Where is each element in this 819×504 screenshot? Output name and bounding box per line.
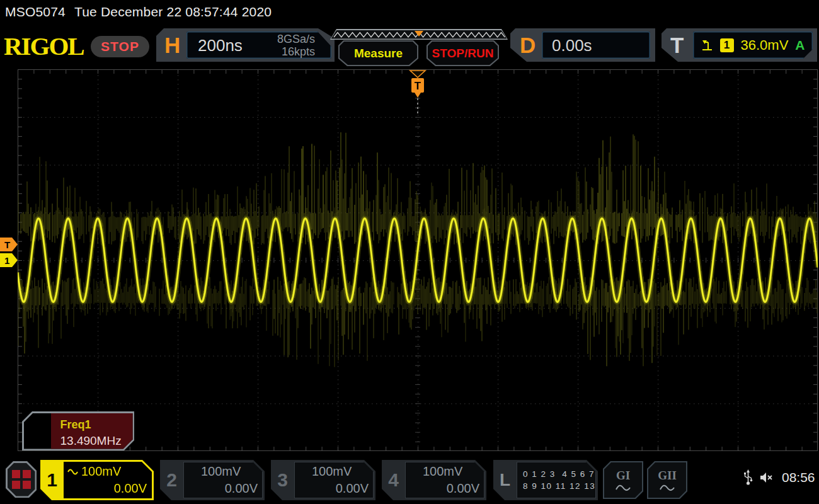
channel3-scale: 100mV <box>312 464 352 479</box>
trigger-label: T <box>670 33 684 58</box>
trigger-flag-letter: T <box>415 80 421 92</box>
trigger-level-marker[interactable]: T <box>0 238 18 251</box>
waveform-overview-strip <box>331 30 507 39</box>
channel1-button[interactable]: 1 100mV 0.00V <box>40 460 154 500</box>
logic-label: L <box>493 460 517 500</box>
acquisition-status-badge[interactable]: STOP <box>91 36 149 57</box>
trigger-position-pointer-icon <box>415 31 423 37</box>
horizontal-settings-block[interactable]: H 200ns 8GSa/s 16kpts <box>156 28 335 62</box>
system-tray: 08:56 <box>743 469 815 486</box>
measure-button[interactable]: Measure <box>338 40 418 66</box>
delay-value: 0.00s <box>552 35 592 55</box>
channel3-info: 100mV 0.00V <box>294 462 374 498</box>
channel1-scale: 100mV <box>81 464 121 479</box>
measurement-box: Freq1 13.490MHz <box>24 413 133 449</box>
generator1-button[interactable]: GI <box>603 461 643 499</box>
trigger-mode: A <box>795 38 805 53</box>
timebase-value: 200ns <box>198 35 243 55</box>
graticule <box>18 69 818 451</box>
logic-channels-info: 0 1 2 3 4 5 6 7 8 9 10 11 12 13 14 15 <box>517 462 596 498</box>
horizontal-label: H <box>164 33 180 58</box>
generator2-button[interactable]: GII <box>647 461 687 499</box>
channel2-offset: 0.00V <box>187 481 258 496</box>
measurement-value: 13.490MHz <box>60 434 122 448</box>
measure-button-label: Measure <box>340 42 417 65</box>
channel4-button[interactable]: 4 100mV 0.00V <box>382 460 486 500</box>
speaker-muted-icon[interactable] <box>759 471 776 484</box>
oscilloscope-screen: MSO5074Tue December 22 08:57:44 2020 RIG… <box>0 0 819 504</box>
datetime-text: Tue December 22 08:57:44 2020 <box>74 4 272 19</box>
channel4-info: 100mV 0.00V <box>405 462 484 498</box>
ac-coupling-icon <box>67 468 78 475</box>
generator1-label: GI <box>616 469 630 483</box>
trigger-source-badge: 1 <box>720 38 734 52</box>
sample-rate: 8GSa/s <box>277 33 315 45</box>
channel1-zero-marker[interactable]: 1 <box>0 253 18 267</box>
grid-menu-icon <box>8 463 35 496</box>
delay-inner-box: 0.00s <box>542 32 650 59</box>
trigger-settings-block[interactable]: T 1 36.0mV A <box>662 28 817 62</box>
trigger-edge-icon <box>701 40 713 51</box>
sine-icon <box>615 484 631 491</box>
measurement-item[interactable]: Freq1 13.490MHz <box>22 411 134 450</box>
channel3-number: 3 <box>271 460 294 500</box>
logic-row-2: 8 9 10 11 12 13 14 15 <box>523 481 593 491</box>
rigol-logo: RIGOL <box>4 31 84 61</box>
channel1-offset: 0.00V <box>67 481 147 496</box>
model-name: MSO5074 <box>5 4 66 19</box>
channel4-number: 4 <box>382 460 405 500</box>
trigger-level-value: 36.0mV <box>741 37 789 54</box>
channel3-offset: 0.00V <box>298 481 369 496</box>
channel1-info: 100mV 0.00V <box>64 462 152 498</box>
channel2-button[interactable]: 2 100mV 0.00V <box>160 460 265 500</box>
stop-run-button-label: STOP/RUN <box>428 42 498 65</box>
stop-run-button[interactable]: STOP/RUN <box>427 40 499 66</box>
sine-icon <box>659 484 675 491</box>
channel3-button[interactable]: 3 100mV 0.00V <box>271 460 375 500</box>
delay-settings-block[interactable]: D 0.00s <box>510 28 655 62</box>
trigger-position-flag[interactable]: T <box>407 69 428 117</box>
horizontal-position-bar[interactable] <box>330 29 508 40</box>
usb-icon[interactable] <box>743 469 753 486</box>
memory-depth: 16kpts <box>277 45 315 58</box>
channel1-number: 1 <box>40 460 64 500</box>
trigger-inner-box: 1 36.0mV A <box>693 32 813 59</box>
measurement-name: Freq1 <box>60 418 91 432</box>
channel2-scale: 100mV <box>201 464 241 479</box>
channel4-scale: 100mV <box>423 464 462 479</box>
waveform-display <box>18 69 818 451</box>
sample-rate-memory: 8GSa/s 16kpts <box>277 33 315 58</box>
logic-row-1: 0 1 2 3 4 5 6 7 <box>523 469 593 479</box>
status-line: MSO5074Tue December 22 08:57:44 2020 <box>5 4 272 20</box>
channel2-number: 2 <box>160 460 183 500</box>
delay-label: D <box>520 33 536 58</box>
horizontal-inner-box: 200ns 8GSa/s 16kpts <box>186 32 331 59</box>
generator2-label: GII <box>658 469 677 483</box>
channel2-info: 100mV 0.00V <box>183 462 263 498</box>
tray-clock: 08:56 <box>782 470 815 485</box>
main-menu-button[interactable] <box>6 461 37 498</box>
logic-analyzer-button[interactable]: L 0 1 2 3 4 5 6 7 8 9 10 11 12 13 14 15 <box>493 460 598 500</box>
channel4-offset: 0.00V <box>409 481 479 496</box>
